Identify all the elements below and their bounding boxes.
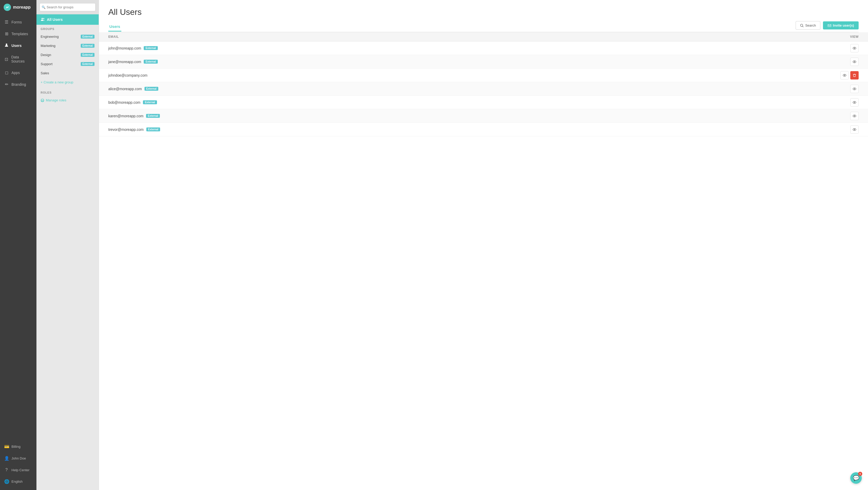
nav-bottom: 💳 Billing 👤 John Doe ? Help Center 🌐 Eng…: [0, 441, 36, 490]
search-icon-small: 🔍: [42, 5, 45, 9]
all-users-item[interactable]: All Users: [36, 15, 99, 25]
sidebar-item-help[interactable]: ? Help Center: [0, 464, 36, 475]
table-row: trevor@moreapp.comExternal: [99, 123, 868, 136]
manage-roles-link[interactable]: Manage roles: [36, 96, 99, 105]
tab-users[interactable]: Users: [108, 22, 121, 32]
delete-user-button[interactable]: [850, 71, 859, 80]
branding-icon: ✏: [4, 82, 9, 87]
groups-search-input[interactable]: [39, 3, 96, 11]
invite-users-button[interactable]: Invite user(s): [823, 21, 859, 29]
search-label: Search: [805, 24, 816, 27]
user-email: jane@moreapp.com: [108, 60, 141, 64]
sidebar-item-label: Help Center: [11, 468, 29, 472]
sidebar-item-branding[interactable]: ✏ Branding: [0, 79, 36, 90]
group-name: Support: [41, 62, 53, 66]
view-user-button[interactable]: [850, 112, 859, 120]
sidebar-item-billing[interactable]: 💳 Billing: [0, 441, 36, 453]
roles-section-label: ROLES: [36, 88, 99, 96]
group-item-engineering[interactable]: Engineering External: [36, 32, 99, 41]
group-name: Sales: [41, 71, 49, 75]
sidebar-item-label: Branding: [11, 82, 26, 87]
external-badge: External: [144, 60, 157, 64]
external-badge: External: [145, 87, 158, 91]
logo-icon: [4, 4, 11, 11]
sidebar-item-label: Users: [11, 44, 22, 48]
chat-badge: 5: [858, 472, 862, 476]
view-user-button[interactable]: [850, 44, 859, 52]
manage-roles-icon: [41, 98, 44, 102]
sidebar-item-english[interactable]: 🌐 English: [0, 475, 36, 487]
billing-icon: 💳: [4, 444, 9, 449]
sidebar-item-label: Forms: [11, 20, 22, 24]
user-email-cell: trevor@moreapp.comExternal: [108, 127, 160, 132]
group-item-design[interactable]: Design External: [36, 50, 99, 59]
view-user-button[interactable]: [850, 58, 859, 66]
user-email-cell: john@moreapp.comExternal: [108, 46, 158, 50]
sidebar-item-profile[interactable]: 👤 John Doe: [0, 453, 36, 464]
col-view: View: [850, 35, 859, 38]
all-users-label: All Users: [47, 18, 63, 22]
table-header: Email View: [99, 32, 868, 41]
svg-point-1: [6, 44, 7, 45]
search-button[interactable]: Search: [796, 21, 820, 30]
user-email: john@moreapp.com: [108, 46, 141, 50]
group-item-marketing[interactable]: Marketing External: [36, 41, 99, 50]
svg-point-3: [43, 18, 44, 19]
user-email-cell: johndoe@company.com: [108, 73, 147, 78]
templates-icon: ⊞: [4, 31, 9, 36]
user-email: alice@moreapp.com: [108, 87, 142, 91]
external-badge: External: [144, 46, 157, 50]
help-icon: ?: [4, 468, 9, 472]
main-content: All Users Users Search: [99, 0, 868, 490]
sidebar-item-forms[interactable]: ☰ Forms: [0, 16, 36, 28]
view-user-button[interactable]: [850, 98, 859, 107]
sidebar-item-apps[interactable]: ◻ Apps: [0, 67, 36, 79]
external-badge: External: [81, 44, 94, 48]
create-group-link[interactable]: + Create a new group: [36, 78, 99, 87]
table-row: karen@moreapp.comExternal: [99, 109, 868, 123]
table-row: jane@moreapp.comExternal: [99, 55, 868, 68]
user-email-cell: alice@moreapp.comExternal: [108, 87, 158, 91]
logo-area[interactable]: moreapp: [0, 0, 36, 15]
svg-point-2: [42, 18, 43, 19]
chat-icon: 💬: [853, 475, 860, 481]
external-badge: External: [81, 35, 94, 38]
tab-actions: Search Invite user(s): [796, 21, 859, 32]
roles-section: ROLES Manage roles: [36, 88, 99, 105]
chat-bubble[interactable]: 💬 5: [850, 472, 862, 484]
svg-point-18: [854, 102, 855, 103]
svg-point-6: [43, 99, 43, 100]
users-icon: [4, 43, 9, 48]
view-user-button[interactable]: [850, 125, 859, 134]
svg-point-22: [854, 129, 855, 130]
page-title: All Users: [108, 7, 859, 17]
external-badge: External: [81, 62, 94, 66]
user-email: johndoe@company.com: [108, 73, 147, 78]
svg-point-12: [854, 61, 855, 62]
user-email-cell: jane@moreapp.comExternal: [108, 60, 158, 64]
sidebar-item-label: Apps: [11, 70, 20, 75]
sidebar-item-templates[interactable]: ⊞ Templates: [0, 28, 36, 39]
user-email: bob@moreapp.com: [108, 100, 140, 105]
sidebar-item-data-sources[interactable]: ⊡ Data Sources: [0, 52, 36, 67]
view-user-button[interactable]: [850, 85, 859, 93]
invite-icon: [828, 24, 831, 27]
svg-point-16: [854, 88, 855, 89]
language-icon: 🌐: [4, 479, 9, 484]
external-badge: External: [146, 114, 160, 118]
row-actions: [850, 98, 859, 107]
group-item-sales[interactable]: Sales: [36, 68, 99, 78]
view-user-button[interactable]: [840, 71, 849, 80]
svg-point-5: [41, 99, 42, 100]
external-badge: External: [146, 127, 160, 132]
data-sources-icon: ⊡: [4, 57, 8, 62]
groups-section-label: GROUPS: [36, 25, 99, 32]
users-table: Email View john@moreapp.comExternaljane@…: [99, 32, 868, 490]
table-row: johndoe@company.com: [99, 68, 868, 82]
sidebar-item-users[interactable]: Users: [0, 39, 36, 52]
invite-label: Invite user(s): [833, 24, 854, 27]
nav-items: ☰ Forms ⊞ Templates Users ⊡ Data Sources…: [0, 15, 36, 441]
col-email: Email: [108, 35, 119, 38]
group-item-support[interactable]: Support External: [36, 59, 99, 68]
sidebar-item-label: Billing: [11, 445, 21, 449]
